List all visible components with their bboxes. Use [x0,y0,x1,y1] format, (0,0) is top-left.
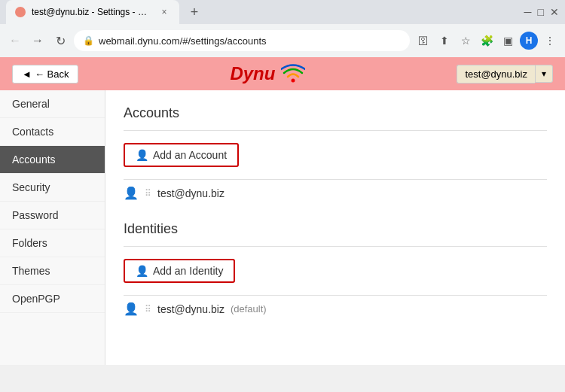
sidebar: General Contacts Accounts Security Passw… [0,90,105,365]
user-email-button[interactable]: test@dynu.biz [457,65,535,84]
sidebar-label-themes: Themes [12,265,50,277]
menu-icon[interactable]: ⋮ [541,32,559,50]
sidebar-label-contacts: Contacts [12,126,53,138]
sidebar-item-password[interactable]: Password [0,202,105,229]
reload-button[interactable]: ↻ [51,32,69,50]
identities-section-title: Identities [124,221,547,237]
sidebar-label-accounts: Accounts [12,153,56,166]
sidebar-label-general: General [12,98,50,110]
sidebar-item-openpgp[interactable]: OpenPGP [0,285,105,313]
identity-user-icon: 👤 [124,302,139,316]
profile-button[interactable]: H [520,32,538,50]
extension-icon[interactable]: 🧩 [478,32,496,50]
tab-favicon [15,7,26,17]
maximize-button[interactable]: □ [538,6,544,18]
address-bar: ← → ↻ 🔒 webmail.dynu.com/#/settings/acco… [0,24,565,57]
sidebar-item-folders[interactable]: Folders [0,229,105,257]
tab-title: test@dynu.biz - Settings - Dynu [32,7,152,17]
app-container: ◄ ← Back Dynu test@dynu.biz ▾ General [0,57,565,365]
user-dropdown-button[interactable]: ▾ [535,65,553,83]
back-button[interactable]: ◄ ← Back [12,65,78,84]
wifi-icon [281,64,305,84]
sidebar-item-themes[interactable]: Themes [0,257,105,285]
identity-email: test@dynu.biz [157,303,224,315]
url-text: webmail.dynu.com/#/settings/accounts [99,35,267,47]
toolbar-icons: ⚿ ⬆ ☆ 🧩 ▣ H ⋮ [414,32,559,50]
add-identity-icon: 👤 [136,265,148,277]
svg-point-0 [292,79,295,83]
user-menu: test@dynu.biz ▾ [457,65,553,84]
close-window-button[interactable]: ✕ [550,6,559,18]
sidebar-label-folders: Folders [12,237,47,249]
browser-chrome: test@dynu.biz - Settings - Dynu × + ─ □ … [0,0,565,57]
back-label: ← Back [35,68,69,80]
identity-row: 👤 ⠿ test@dynu.biz (default) [124,295,547,322]
bookmark-icon[interactable]: ☆ [457,32,475,50]
tab-close-button[interactable]: × [158,6,170,18]
sidebar-item-security[interactable]: Security [0,174,105,202]
window-controls: ─ □ ✕ [524,6,559,18]
back-arrow-icon: ◄ [22,68,32,80]
logo-area: Dynu [230,63,305,84]
forward-nav-button[interactable]: → [29,32,47,50]
drag-handle[interactable]: ⠿ [145,188,151,199]
identities-divider [124,246,547,247]
lock-icon: 🔒 [83,35,94,46]
accounts-section-title: Accounts [124,105,547,121]
sidebar-label-openpgp: OpenPGP [12,293,60,305]
dynu-logo: Dynu [230,63,275,84]
share-icon[interactable]: ⬆ [435,32,454,50]
sidebar-item-accounts[interactable]: Accounts [0,146,105,174]
sidebar-item-contacts[interactable]: Contacts [0,118,105,146]
account-email: test@dynu.biz [157,187,224,199]
add-account-label: Add an Account [153,149,227,161]
sidebar-label-security: Security [12,181,50,193]
settings-content: Accounts 👤 Add an Account 👤 ⠿ test@dynu.… [105,90,565,365]
url-bar[interactable]: 🔒 webmail.dynu.com/#/settings/accounts [74,30,410,51]
sidebar-item-general[interactable]: General [0,90,105,118]
new-tab-button[interactable]: + [185,3,203,21]
identity-drag-handle[interactable]: ⠿ [145,304,151,315]
minimize-button[interactable]: ─ [524,6,532,18]
identity-default-label: (default) [231,303,267,315]
main-layout: General Contacts Accounts Security Passw… [0,90,565,365]
add-identity-button[interactable]: 👤 Add an Identity [124,259,235,283]
side-panel-icon[interactable]: ▣ [499,32,517,50]
account-row: 👤 ⠿ test@dynu.biz [124,179,547,206]
title-bar: test@dynu.biz - Settings - Dynu × + ─ □ … [0,0,565,24]
accounts-divider [124,130,547,131]
key-icon[interactable]: ⚿ [414,32,432,50]
tab-bar: test@dynu.biz - Settings - Dynu × + [6,0,518,24]
app-header: ◄ ← Back Dynu test@dynu.biz ▾ [0,57,565,90]
add-account-icon: 👤 [136,149,148,161]
back-nav-button[interactable]: ← [6,32,24,50]
add-account-button[interactable]: 👤 Add an Account [124,143,239,167]
account-user-icon: 👤 [124,186,139,200]
active-tab[interactable]: test@dynu.biz - Settings - Dynu × [6,0,179,24]
add-identity-label: Add an Identity [153,265,223,277]
sidebar-label-password: Password [12,209,58,221]
